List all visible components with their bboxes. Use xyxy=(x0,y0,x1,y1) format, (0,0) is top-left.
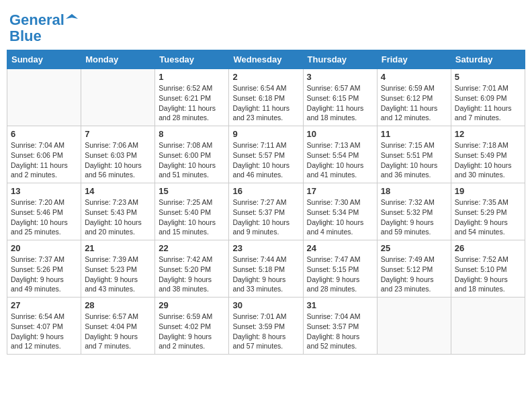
day-cell: 15Sunrise: 7:25 AMSunset: 5:40 PMDayligh… xyxy=(155,183,229,240)
logo-blue: Blue xyxy=(9,28,42,44)
day-number: 31 xyxy=(307,300,373,310)
day-number: 28 xyxy=(85,300,151,310)
day-number: 26 xyxy=(455,243,521,253)
day-info: Sunrise: 6:59 AMSunset: 4:02 PMDaylight:… xyxy=(159,312,225,351)
day-number: 5 xyxy=(455,72,521,82)
day-info: Sunrise: 7:42 AMSunset: 5:20 PMDaylight:… xyxy=(159,255,225,294)
day-info: Sunrise: 6:57 AMSunset: 4:04 PMDaylight:… xyxy=(85,312,151,351)
day-cell: 9Sunrise: 7:11 AMSunset: 5:57 PMDaylight… xyxy=(229,126,303,183)
day-number: 30 xyxy=(232,300,299,310)
day-info: Sunrise: 7:52 AMSunset: 5:10 PMDaylight:… xyxy=(455,255,521,294)
day-cell xyxy=(451,298,525,355)
day-number: 19 xyxy=(455,186,521,196)
day-info: Sunrise: 7:44 AMSunset: 5:18 PMDaylight:… xyxy=(232,255,299,294)
day-cell: 30Sunrise: 7:01 AMSunset: 3:59 PMDayligh… xyxy=(229,298,303,355)
day-number: 25 xyxy=(381,243,447,253)
week-row-1: 1Sunrise: 6:52 AMSunset: 6:21 PMDaylight… xyxy=(7,69,525,126)
day-number: 18 xyxy=(381,186,447,196)
week-row-2: 6Sunrise: 7:04 AMSunset: 6:06 PMDaylight… xyxy=(7,126,525,183)
col-header-tuesday: Tuesday xyxy=(155,50,229,69)
day-cell: 10Sunrise: 7:13 AMSunset: 5:54 PMDayligh… xyxy=(303,126,377,183)
header-row: SundayMondayTuesdayWednesdayThursdayFrid… xyxy=(7,50,525,69)
col-header-friday: Friday xyxy=(377,50,451,69)
day-cell: 8Sunrise: 7:08 AMSunset: 6:00 PMDaylight… xyxy=(155,126,229,183)
day-info: Sunrise: 6:54 AMSunset: 6:18 PMDaylight:… xyxy=(232,83,299,123)
day-info: Sunrise: 7:01 AMSunset: 6:09 PMDaylight:… xyxy=(455,83,521,123)
day-info: Sunrise: 7:47 AMSunset: 5:15 PMDaylight:… xyxy=(307,255,373,294)
day-number: 3 xyxy=(307,72,373,82)
week-row-5: 27Sunrise: 6:54 AMSunset: 4:07 PMDayligh… xyxy=(7,298,525,355)
day-cell: 1Sunrise: 6:52 AMSunset: 6:21 PMDaylight… xyxy=(155,69,229,126)
day-info: Sunrise: 6:52 AMSunset: 6:21 PMDaylight:… xyxy=(159,83,225,123)
day-cell: 3Sunrise: 6:57 AMSunset: 6:15 PMDaylight… xyxy=(303,69,377,126)
svg-marker-0 xyxy=(66,14,78,19)
day-number: 11 xyxy=(381,129,447,139)
day-cell: 17Sunrise: 7:30 AMSunset: 5:34 PMDayligh… xyxy=(303,183,377,240)
day-cell: 12Sunrise: 7:18 AMSunset: 5:49 PMDayligh… xyxy=(451,126,525,183)
day-cell xyxy=(81,69,155,126)
col-header-sunday: Sunday xyxy=(7,50,81,69)
day-number: 17 xyxy=(307,186,373,196)
day-number: 24 xyxy=(307,243,373,253)
day-cell: 26Sunrise: 7:52 AMSunset: 5:10 PMDayligh… xyxy=(451,240,525,298)
day-cell: 29Sunrise: 6:59 AMSunset: 4:02 PMDayligh… xyxy=(155,298,229,355)
day-cell: 23Sunrise: 7:44 AMSunset: 5:18 PMDayligh… xyxy=(229,240,303,298)
day-number: 2 xyxy=(232,72,299,82)
day-info: Sunrise: 7:11 AMSunset: 5:57 PMDaylight:… xyxy=(232,140,299,180)
day-cell: 25Sunrise: 7:49 AMSunset: 5:12 PMDayligh… xyxy=(377,240,451,298)
day-number: 12 xyxy=(455,129,521,139)
day-info: Sunrise: 7:15 AMSunset: 5:51 PMDaylight:… xyxy=(381,140,447,180)
day-cell: 20Sunrise: 7:37 AMSunset: 5:26 PMDayligh… xyxy=(7,240,81,298)
day-number: 20 xyxy=(11,243,77,253)
col-header-thursday: Thursday xyxy=(303,50,377,69)
col-header-wednesday: Wednesday xyxy=(229,50,303,69)
day-number: 16 xyxy=(232,186,299,196)
day-info: Sunrise: 6:54 AMSunset: 4:07 PMDaylight:… xyxy=(11,312,77,351)
day-cell: 13Sunrise: 7:20 AMSunset: 5:46 PMDayligh… xyxy=(7,183,81,240)
day-number: 22 xyxy=(159,243,225,253)
day-info: Sunrise: 7:06 AMSunset: 6:03 PMDaylight:… xyxy=(85,140,151,180)
day-info: Sunrise: 7:27 AMSunset: 5:37 PMDaylight:… xyxy=(232,197,299,237)
day-number: 15 xyxy=(159,186,225,196)
day-number: 13 xyxy=(11,186,77,196)
day-info: Sunrise: 7:39 AMSunset: 5:23 PMDaylight:… xyxy=(85,255,151,294)
week-row-4: 20Sunrise: 7:37 AMSunset: 5:26 PMDayligh… xyxy=(7,240,525,298)
day-number: 21 xyxy=(85,243,151,253)
day-info: Sunrise: 7:18 AMSunset: 5:49 PMDaylight:… xyxy=(455,140,521,180)
day-info: Sunrise: 7:32 AMSunset: 5:32 PMDaylight:… xyxy=(381,197,447,237)
day-number: 9 xyxy=(232,129,299,139)
day-cell xyxy=(377,298,451,355)
day-number: 1 xyxy=(159,72,225,82)
day-cell: 28Sunrise: 6:57 AMSunset: 4:04 PMDayligh… xyxy=(81,298,155,355)
logo: General Blue xyxy=(9,12,78,44)
day-cell xyxy=(7,69,81,126)
day-cell: 2Sunrise: 6:54 AMSunset: 6:18 PMDaylight… xyxy=(229,69,303,126)
day-info: Sunrise: 7:37 AMSunset: 5:26 PMDaylight:… xyxy=(11,255,77,294)
logo-bird-icon xyxy=(66,13,78,25)
day-info: Sunrise: 7:30 AMSunset: 5:34 PMDaylight:… xyxy=(307,197,373,237)
day-number: 27 xyxy=(11,300,77,310)
day-cell: 6Sunrise: 7:04 AMSunset: 6:06 PMDaylight… xyxy=(7,126,81,183)
day-cell: 19Sunrise: 7:35 AMSunset: 5:29 PMDayligh… xyxy=(451,183,525,240)
page-header: General Blue xyxy=(7,7,525,50)
day-cell: 31Sunrise: 7:04 AMSunset: 3:57 PMDayligh… xyxy=(303,298,377,355)
day-info: Sunrise: 7:35 AMSunset: 5:29 PMDaylight:… xyxy=(455,197,521,237)
day-info: Sunrise: 6:59 AMSunset: 6:12 PMDaylight:… xyxy=(381,83,447,123)
day-info: Sunrise: 6:57 AMSunset: 6:15 PMDaylight:… xyxy=(307,83,373,123)
day-cell: 7Sunrise: 7:06 AMSunset: 6:03 PMDaylight… xyxy=(81,126,155,183)
day-cell: 18Sunrise: 7:32 AMSunset: 5:32 PMDayligh… xyxy=(377,183,451,240)
day-number: 7 xyxy=(85,129,151,139)
day-number: 14 xyxy=(85,186,151,196)
week-row-3: 13Sunrise: 7:20 AMSunset: 5:46 PMDayligh… xyxy=(7,183,525,240)
day-cell: 4Sunrise: 6:59 AMSunset: 6:12 PMDaylight… xyxy=(377,69,451,126)
day-info: Sunrise: 7:04 AMSunset: 6:06 PMDaylight:… xyxy=(11,140,77,180)
calendar-table: SundayMondayTuesdayWednesdayThursdayFrid… xyxy=(7,50,525,355)
day-info: Sunrise: 7:25 AMSunset: 5:40 PMDaylight:… xyxy=(159,197,225,237)
day-info: Sunrise: 7:49 AMSunset: 5:12 PMDaylight:… xyxy=(381,255,447,294)
day-cell: 11Sunrise: 7:15 AMSunset: 5:51 PMDayligh… xyxy=(377,126,451,183)
day-cell: 21Sunrise: 7:39 AMSunset: 5:23 PMDayligh… xyxy=(81,240,155,298)
day-info: Sunrise: 7:23 AMSunset: 5:43 PMDaylight:… xyxy=(85,197,151,237)
day-number: 8 xyxy=(159,129,225,139)
day-cell: 27Sunrise: 6:54 AMSunset: 4:07 PMDayligh… xyxy=(7,298,81,355)
day-cell: 16Sunrise: 7:27 AMSunset: 5:37 PMDayligh… xyxy=(229,183,303,240)
